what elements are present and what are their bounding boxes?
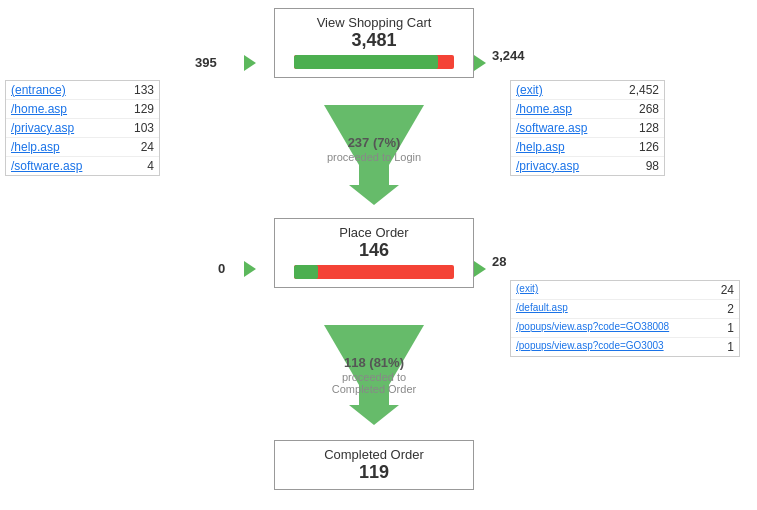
node-bar-fill-1	[294, 55, 438, 69]
table-link[interactable]: /software.asp	[516, 121, 587, 135]
right-bottom-table: (exit)24/default.asp2/popups/view.asp?co…	[510, 280, 740, 357]
connector-1: 237 (7%) proceeded to Login	[319, 105, 429, 205]
svg-rect-1	[359, 165, 389, 185]
list-item: /software.asp4	[6, 157, 159, 175]
node-value-3: 119	[285, 462, 463, 483]
table-count: 126	[639, 140, 659, 154]
table-count: 2	[727, 302, 734, 316]
node-bar-1	[294, 55, 454, 69]
connector-2-text: 118 (81%)	[319, 355, 429, 370]
right-top-arrow-label: 3,244	[492, 48, 525, 63]
table-link[interactable]: /help.asp	[516, 140, 565, 154]
table-count: 128	[639, 121, 659, 135]
table-count: 4	[147, 159, 154, 173]
svg-marker-2	[349, 185, 399, 205]
svg-marker-5	[349, 405, 399, 425]
node-view-shopping-cart: View Shopping Cart 3,481	[274, 8, 474, 78]
table-count: 98	[646, 159, 659, 173]
list-item: /home.asp268	[511, 100, 664, 119]
connector-1-subtext: proceeded to Login	[319, 151, 429, 163]
node-title-3: Completed Order	[285, 447, 463, 462]
table-link[interactable]: /software.asp	[11, 159, 82, 173]
table-link[interactable]: /default.asp	[516, 302, 568, 316]
table-link[interactable]: /popups/view.asp?code=GO3003	[516, 340, 664, 354]
node-title-2: Place Order	[285, 225, 463, 240]
table-link[interactable]: /popups/view.asp?code=GO38008	[516, 321, 669, 335]
connector-1-text: 237 (7%)	[319, 135, 429, 150]
list-item: (exit)2,452	[511, 81, 664, 100]
list-item: /privacy.asp103	[6, 119, 159, 138]
list-item: /privacy.asp98	[511, 157, 664, 175]
table-count: 268	[639, 102, 659, 116]
connector-2-subtext: proceeded to Completed Order	[319, 371, 429, 395]
left-top-arrow-label: 395	[195, 55, 217, 70]
left-top-table: (entrance)133/home.asp129/privacy.asp103…	[5, 80, 160, 176]
table-count: 24	[141, 140, 154, 154]
node-bar-fill-2	[294, 265, 318, 279]
table-link[interactable]: (exit)	[516, 283, 538, 297]
node-completed-order: Completed Order 119	[274, 440, 474, 490]
connector-2: 118 (81%) proceeded to Completed Order	[319, 325, 429, 425]
table-count: 129	[134, 102, 154, 116]
table-count: 2,452	[629, 83, 659, 97]
table-link[interactable]: (exit)	[516, 83, 543, 97]
table-link[interactable]: (entrance)	[11, 83, 66, 97]
right-bottom-arrow-label: 28	[492, 254, 506, 269]
list-item: /help.asp24	[6, 138, 159, 157]
list-item: /help.asp126	[511, 138, 664, 157]
right-bottom-arrow	[474, 261, 486, 277]
flow-container: View Shopping Cart 3,481 395 (entrance)1…	[0, 0, 757, 510]
node-place-order: Place Order 146	[274, 218, 474, 288]
left-top-arrow	[244, 55, 256, 71]
list-item: /popups/view.asp?code=GO380081	[511, 319, 739, 338]
list-item: /software.asp128	[511, 119, 664, 138]
table-count: 24	[721, 283, 734, 297]
table-link[interactable]: /privacy.asp	[11, 121, 74, 135]
right-top-arrow	[474, 55, 486, 71]
table-link[interactable]: /home.asp	[11, 102, 67, 116]
table-link[interactable]: /help.asp	[11, 140, 60, 154]
table-count: 1	[727, 321, 734, 335]
left-bottom-arrow	[244, 261, 256, 277]
right-top-table: (exit)2,452/home.asp268/software.asp128/…	[510, 80, 665, 176]
table-link[interactable]: /home.asp	[516, 102, 572, 116]
table-count: 133	[134, 83, 154, 97]
table-link[interactable]: /privacy.asp	[516, 159, 579, 173]
node-title-1: View Shopping Cart	[285, 15, 463, 30]
node-bar-2	[294, 265, 454, 279]
list-item: (entrance)133	[6, 81, 159, 100]
list-item: /home.asp129	[6, 100, 159, 119]
list-item: /popups/view.asp?code=GO30031	[511, 338, 739, 356]
table-count: 103	[134, 121, 154, 135]
node-value-1: 3,481	[285, 30, 463, 51]
list-item: /default.asp2	[511, 300, 739, 319]
node-value-2: 146	[285, 240, 463, 261]
table-count: 1	[727, 340, 734, 354]
left-bottom-arrow-label: 0	[218, 261, 225, 276]
list-item: (exit)24	[511, 281, 739, 300]
